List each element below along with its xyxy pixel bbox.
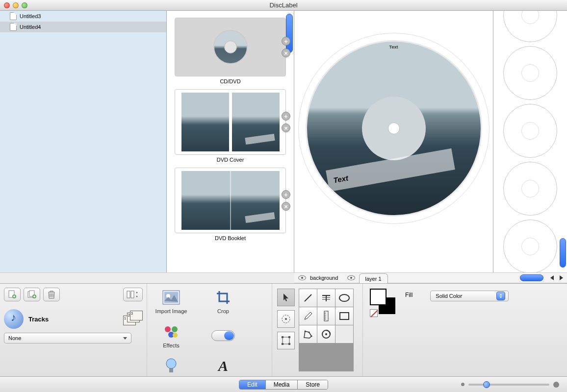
layer-scroll-pill[interactable] (520, 274, 543, 281)
cursor-icon (283, 293, 289, 302)
new-doc-button[interactable] (4, 288, 21, 301)
layer-next-arrow[interactable] (560, 275, 563, 280)
item-label: DVD Cover (167, 157, 294, 163)
no-fill-swatch[interactable] (370, 309, 378, 317)
mode-segmented-control: Edit Media Store (239, 380, 328, 390)
document-label: Untitled3 (20, 13, 41, 19)
svg-point-37 (311, 336, 312, 337)
zoom-max-icon (553, 382, 559, 388)
template-scrollbar[interactable] (560, 238, 566, 268)
zoom-thumb[interactable] (483, 381, 490, 388)
toggle-icon (211, 330, 235, 341)
template-thumbnail[interactable] (503, 162, 557, 216)
shape-tool-grid (299, 289, 354, 371)
zoom-track[interactable] (468, 384, 549, 386)
template-thumbnail[interactable] (503, 220, 557, 272)
svg-point-16 (166, 359, 176, 368)
fill-mode-popup[interactable]: Solid Color (430, 291, 509, 301)
crop-icon (214, 289, 232, 306)
template-thumbnail[interactable] (503, 11, 557, 42)
delete-doc-button[interactable] (43, 288, 60, 301)
design-canvas[interactable]: Text Text (294, 11, 493, 272)
cover-thumbnail-icon (181, 93, 280, 151)
svg-point-7 (136, 292, 138, 294)
svg-point-35 (305, 331, 306, 332)
arc-icon (321, 329, 332, 340)
label-items-column: + × CD/DVD + × DVD Cover (167, 11, 294, 272)
foreground-swatch[interactable] (370, 289, 387, 305)
layer-bg-label[interactable]: background (310, 275, 338, 281)
toggle-button[interactable] (204, 323, 242, 348)
mode-tab-store[interactable]: Store (298, 380, 328, 389)
oval-tool[interactable] (335, 289, 353, 307)
text-icon (321, 293, 332, 303)
pencil-tool[interactable] (299, 307, 317, 325)
effects-button[interactable]: Effects (152, 323, 190, 348)
svg-point-28 (339, 294, 349, 301)
inspector-button[interactable] (123, 288, 143, 301)
svg-point-36 (309, 332, 310, 333)
layer-prev-arrow[interactable] (550, 275, 554, 280)
lightbulb-icon (162, 357, 180, 375)
svg-rect-24 (288, 343, 290, 345)
ruler-tool[interactable] (317, 307, 335, 325)
zoom-slider[interactable] (461, 382, 559, 388)
add-item-button[interactable]: + (282, 112, 290, 121)
document-list-item[interactable]: Untitled4 (0, 22, 166, 32)
item-label: DVD Booklet (167, 235, 294, 241)
text-tool[interactable] (317, 289, 335, 307)
footer-bar: Edit Media Store (0, 376, 567, 392)
polygon-tool[interactable] (299, 325, 317, 343)
tracks-panel: Tracks 123 None (0, 284, 147, 376)
tracks-source-dropdown[interactable]: None (4, 333, 131, 343)
add-item-button[interactable]: + (282, 190, 290, 199)
template-thumbnail[interactable] (503, 104, 557, 158)
item-dvd-cover[interactable]: + × (175, 89, 286, 155)
main-content: Untitled3 Untitled4 + × CD/DVD (0, 11, 567, 272)
chevron-down-icon (123, 337, 127, 340)
svg-point-12 (165, 326, 171, 332)
track-cards-icon[interactable]: 123 (123, 311, 143, 327)
remove-item-button[interactable]: × (282, 123, 290, 132)
item-dvd-booklet[interactable]: + × (175, 168, 286, 233)
mode-tab-media[interactable]: Media (266, 380, 298, 389)
add-item-button[interactable]: + (282, 37, 290, 46)
svg-point-19 (285, 318, 287, 320)
trash-icon (48, 290, 55, 299)
document-label: Untitled4 (20, 24, 41, 30)
disc-hole (388, 122, 400, 134)
image-tools-panel: Import Image Crop Effects (147, 284, 272, 376)
disc-design[interactable]: Text Text (306, 40, 482, 217)
selection-tool[interactable] (277, 289, 295, 306)
layer-visibility-icon[interactable] (298, 275, 306, 280)
remove-item-button[interactable]: × (282, 49, 290, 57)
item-controls: + × (282, 37, 290, 57)
document-icon (10, 23, 17, 31)
transform-tool[interactable] (277, 332, 295, 349)
crop-button[interactable]: Crop (204, 289, 242, 314)
rect-tool[interactable] (335, 307, 353, 325)
polygon-icon (303, 329, 313, 339)
document-list-item[interactable]: Untitled3 (0, 11, 166, 22)
remove-item-button[interactable]: × (282, 202, 290, 211)
duplicate-doc-button[interactable] (24, 288, 40, 301)
import-image-button[interactable]: Import Image (152, 289, 190, 314)
svg-rect-23 (282, 343, 284, 345)
disc-top-text[interactable]: Text (389, 45, 398, 49)
layer-tab[interactable]: layer 1 (359, 273, 388, 283)
template-gallery (493, 11, 567, 272)
item-cd-dvd[interactable]: + × (175, 18, 286, 76)
svg-rect-34 (340, 313, 349, 319)
rotate-tool[interactable] (277, 310, 295, 328)
rotate-icon (281, 314, 291, 324)
svg-point-13 (172, 326, 178, 332)
svg-rect-21 (282, 336, 284, 338)
mode-tab-edit[interactable]: Edit (239, 380, 266, 389)
template-thumbnail[interactable] (503, 46, 557, 100)
app-window: DiscLabel Untitled3 Untitled4 + × (0, 0, 567, 392)
arc-text-tool[interactable] (317, 325, 335, 343)
layer-visibility-icon[interactable] (347, 275, 355, 280)
ruler-icon (323, 311, 330, 321)
itunes-icon[interactable] (4, 309, 24, 329)
line-tool[interactable] (299, 289, 317, 307)
